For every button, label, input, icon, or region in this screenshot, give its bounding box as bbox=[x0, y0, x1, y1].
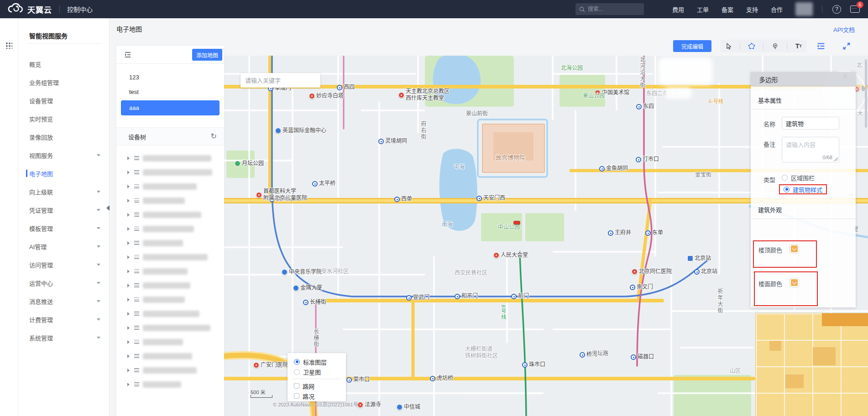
tree-row-1[interactable] bbox=[116, 165, 224, 179]
sidebar-item-11[interactable]: 访问管理 bbox=[18, 255, 110, 274]
sidebar-item-1[interactable]: 业务组管理 bbox=[18, 73, 110, 91]
tree-row-2[interactable] bbox=[116, 179, 224, 193]
tree-row-3[interactable] bbox=[116, 193, 224, 208]
tree-row-5[interactable] bbox=[116, 222, 224, 236]
caret-right-icon[interactable] bbox=[127, 171, 130, 174]
map-list-item-0[interactable]: 123 bbox=[116, 70, 224, 85]
nav-menu-item-1[interactable]: 工单 bbox=[697, 5, 709, 14]
caret-right-icon[interactable] bbox=[127, 156, 130, 160]
tree-row-14[interactable] bbox=[116, 349, 224, 363]
nav-menu-item-4[interactable]: 合作 bbox=[771, 5, 783, 14]
tree-row-10[interactable] bbox=[116, 292, 224, 307]
api-doc-link[interactable]: API文档 bbox=[833, 25, 855, 34]
subway-station-icon bbox=[406, 295, 412, 301]
caret-right-icon[interactable] bbox=[127, 213, 130, 217]
caret-right-icon[interactable] bbox=[127, 255, 130, 259]
caret-right-icon[interactable] bbox=[127, 354, 130, 358]
sidebar-item-12[interactable]: 运营中心 bbox=[18, 274, 110, 292]
sidebar-item-5[interactable]: 视图服务 bbox=[18, 146, 110, 164]
nav-menu-item-3[interactable]: 支持 bbox=[746, 5, 758, 14]
collapse-panel-icon[interactable] bbox=[124, 51, 132, 61]
sidebar-item-8[interactable]: 凭证管理 bbox=[18, 201, 110, 219]
radio-icon[interactable] bbox=[784, 187, 790, 192]
caret-right-icon[interactable] bbox=[127, 369, 130, 372]
tree-row-15[interactable] bbox=[116, 363, 224, 377]
caret-right-icon[interactable] bbox=[127, 298, 130, 302]
facade-color-picker[interactable] bbox=[790, 278, 799, 287]
global-search[interactable] bbox=[575, 3, 644, 15]
tree-row-11[interactable] bbox=[116, 307, 224, 321]
sidebar-item-13[interactable]: 消息推送 bbox=[18, 292, 110, 310]
caret-right-icon[interactable] bbox=[127, 383, 130, 386]
sidebar-item-15[interactable]: 系统管理 bbox=[18, 328, 110, 347]
text-tool-icon[interactable]: TT bbox=[794, 41, 804, 51]
radio-icon[interactable] bbox=[294, 369, 300, 375]
roof-color-picker[interactable] bbox=[790, 244, 799, 254]
tree-row-6[interactable] bbox=[116, 236, 224, 250]
map-label-text: 西交民巷社区 bbox=[455, 270, 487, 276]
sidebar-collapse-handle[interactable] bbox=[106, 205, 110, 211]
marker-tool-icon[interactable] bbox=[770, 41, 780, 51]
tree-row-12[interactable] bbox=[116, 321, 224, 335]
user-avatar[interactable] bbox=[795, 2, 813, 16]
overlay-option-0[interactable]: 路网 bbox=[294, 381, 346, 391]
sidebar-item-2[interactable]: 设备管理 bbox=[18, 91, 110, 109]
tree-row-13[interactable] bbox=[116, 335, 224, 349]
overview-minimap[interactable] bbox=[755, 313, 868, 416]
chevron-down-icon bbox=[97, 337, 100, 339]
sidebar-item-4[interactable]: 录像回放 bbox=[18, 128, 110, 146]
caret-right-icon[interactable] bbox=[127, 241, 130, 245]
caret-right-icon[interactable] bbox=[127, 270, 130, 273]
sidebar-item-9[interactable]: 模板管理 bbox=[18, 219, 110, 237]
caret-right-icon[interactable] bbox=[127, 227, 130, 231]
cursor-tool-icon[interactable] bbox=[723, 41, 733, 51]
app-launcher-icon[interactable] bbox=[5, 42, 12, 49]
tree-row-4[interactable] bbox=[116, 208, 224, 222]
radio-icon[interactable] bbox=[294, 359, 300, 365]
tree-row-9[interactable] bbox=[116, 278, 224, 292]
name-input[interactable] bbox=[782, 117, 839, 130]
base-layer-option-0[interactable]: 标准图层 bbox=[294, 357, 346, 367]
help-icon[interactable]: ? bbox=[832, 5, 841, 14]
sidebar-item-3[interactable]: 实时预览 bbox=[18, 109, 110, 128]
type-option-1[interactable]: 建筑物样式 bbox=[779, 184, 827, 194]
sidebar-item-0[interactable]: 概览 bbox=[18, 55, 110, 73]
brand-name[interactable]: 天翼云 bbox=[27, 4, 52, 15]
caret-right-icon[interactable] bbox=[127, 284, 130, 287]
map-keyword-input[interactable] bbox=[245, 77, 316, 84]
nav-menu-item-2[interactable]: 备案 bbox=[722, 5, 733, 14]
caret-right-icon[interactable] bbox=[127, 185, 130, 188]
fullscreen-icon[interactable] bbox=[842, 41, 852, 53]
nav-menu-item-0[interactable]: 费用 bbox=[672, 5, 684, 14]
caret-right-icon[interactable] bbox=[127, 326, 130, 330]
refresh-icon[interactable]: ↻ bbox=[211, 132, 217, 140]
tree-row-0[interactable] bbox=[116, 151, 224, 165]
map-list-item-2[interactable]: aaa bbox=[121, 100, 220, 115]
console-link[interactable]: 控制中心 bbox=[67, 5, 93, 14]
sidebar-item-10[interactable]: AI管理 bbox=[18, 237, 110, 255]
caret-right-icon[interactable] bbox=[127, 340, 130, 344]
polygon-tool-icon[interactable] bbox=[747, 41, 757, 51]
caret-right-icon[interactable] bbox=[127, 199, 130, 203]
base-layer-option-1[interactable]: 卫星图 bbox=[294, 367, 346, 377]
tree-row-8[interactable] bbox=[116, 264, 224, 278]
overlay-option-1[interactable]: 路况 bbox=[294, 391, 346, 401]
layer-list-icon[interactable] bbox=[816, 41, 826, 53]
add-map-button[interactable]: 添加地图 bbox=[192, 49, 222, 61]
checkbox-icon[interactable] bbox=[294, 383, 299, 389]
type-option-0[interactable]: 区域围栏 bbox=[782, 172, 827, 182]
vertical-scrollbar[interactable] bbox=[865, 59, 867, 128]
map-keyword-search[interactable] bbox=[241, 73, 320, 88]
checkbox-icon[interactable] bbox=[294, 393, 299, 399]
caret-right-icon[interactable] bbox=[127, 312, 130, 316]
tree-row-16[interactable] bbox=[116, 377, 224, 391]
global-search-input[interactable] bbox=[588, 6, 640, 12]
map-list-item-1[interactable]: test bbox=[116, 85, 224, 99]
sidebar-item-14[interactable]: 计费管理 bbox=[18, 310, 110, 328]
radio-icon[interactable] bbox=[782, 175, 788, 181]
resize-handle-icon[interactable] bbox=[834, 157, 838, 161]
sidebar-item-7[interactable]: 向上级联 bbox=[18, 182, 110, 201]
sidebar-item-6[interactable]: 电子地图 bbox=[18, 164, 110, 182]
tree-row-7[interactable] bbox=[116, 250, 224, 264]
finish-edit-button[interactable]: 完成编辑 bbox=[673, 40, 711, 52]
